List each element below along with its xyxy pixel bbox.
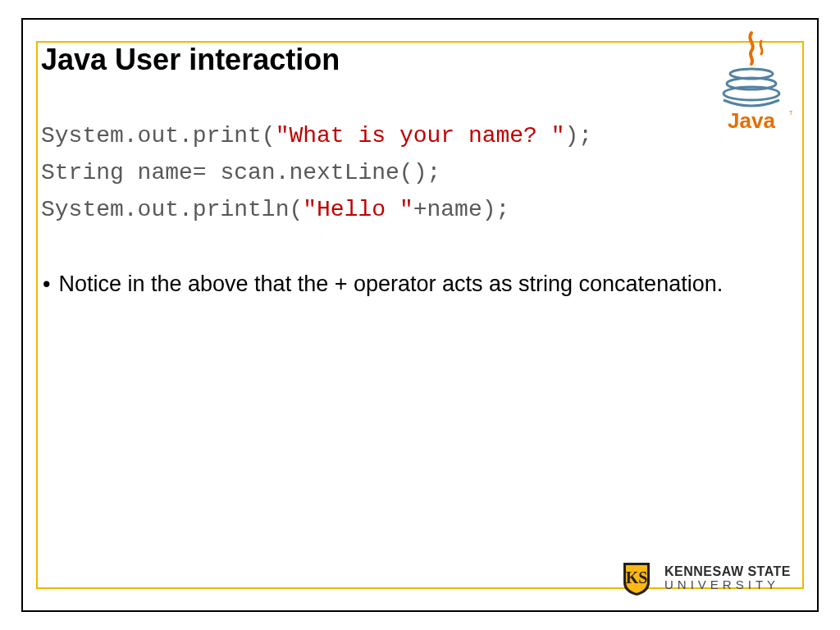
- ksu-name-line2: UNIVERSITY: [664, 578, 791, 591]
- code-block: System.out.print("What is your name? ");…: [41, 118, 799, 228]
- code-line-3: System.out.println("Hello "+name);: [41, 192, 799, 229]
- bullet-marker: •: [43, 269, 50, 299]
- code-text: +name);: [413, 197, 510, 222]
- slide-title: Java User interaction: [41, 43, 799, 77]
- svg-text:TM: TM: [789, 110, 792, 116]
- bullet-item: • Notice in the above that the + operato…: [41, 269, 799, 299]
- java-logo-icon: Java TM: [710, 30, 792, 139]
- code-text: );: [565, 123, 593, 148]
- ksu-shield-icon: KS: [617, 558, 656, 597]
- ksu-text: KENNESAW STATE UNIVERSITY: [664, 565, 791, 591]
- code-line-1: System.out.print("What is your name? ");: [41, 118, 799, 155]
- code-string: "Hello ": [303, 197, 413, 222]
- code-string: "What is your name? ": [276, 123, 565, 148]
- slide-content: Java User interaction System.out.print("…: [41, 43, 799, 587]
- bullet-text: Notice in the above that the + operator …: [58, 269, 723, 299]
- code-line-2: String name= scan.nextLine();: [41, 155, 799, 192]
- svg-text:KS: KS: [626, 568, 648, 587]
- ksu-logo: KS KENNESAW STATE UNIVERSITY: [617, 558, 791, 597]
- ksu-name-line1: KENNESAW STATE: [664, 565, 791, 578]
- code-text: System.out.println(: [41, 197, 303, 222]
- code-text: System.out.print(: [41, 123, 276, 148]
- java-logo-text: Java: [728, 108, 775, 133]
